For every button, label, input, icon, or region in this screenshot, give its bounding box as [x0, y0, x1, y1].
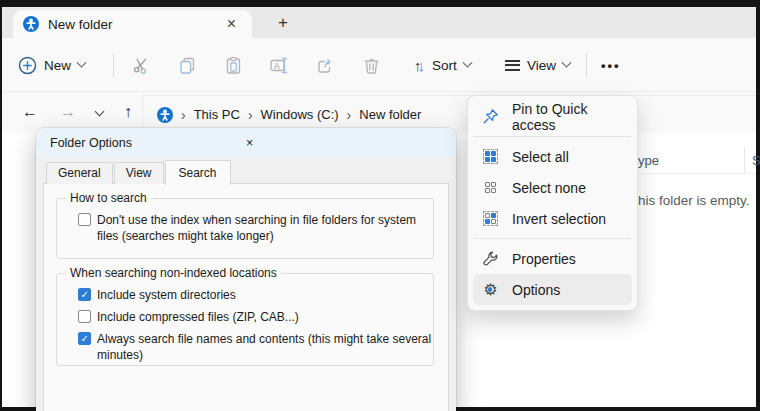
dialog-title: Folder Options — [50, 136, 244, 150]
new-button-label: New — [44, 58, 71, 73]
breadcrumb-separator: › — [347, 107, 352, 123]
recent-locations-chevron-icon[interactable] — [95, 107, 105, 117]
menu-item-select-none[interactable]: Select none — [473, 172, 632, 203]
tab-view[interactable]: View — [114, 162, 164, 184]
dialog-tab-row: General View Search — [46, 162, 232, 184]
view-button[interactable]: View — [505, 48, 570, 82]
view-list-icon — [505, 60, 520, 71]
toolbar-separator — [113, 53, 114, 77]
menu-item-pin-to-quick-access[interactable]: Pin to Quick access — [473, 101, 632, 132]
pin-icon — [482, 108, 499, 125]
cut-icon[interactable] — [128, 52, 154, 78]
breadcrumb-separator: › — [181, 107, 186, 123]
this-pc-icon — [157, 107, 173, 123]
share-icon[interactable] — [312, 52, 338, 78]
breadcrumb-separator: › — [248, 107, 253, 123]
new-button[interactable]: New — [18, 48, 85, 82]
select-all-icon — [482, 148, 499, 165]
toolbar-separator — [586, 53, 587, 77]
breadcrumb-this-pc[interactable]: This PC — [194, 107, 240, 122]
invert-selection-icon — [482, 210, 499, 227]
chevron-down-icon — [562, 57, 572, 67]
menu-item-label: Select none — [512, 180, 586, 196]
how-to-search-group: How to search ✓ Don't use the index when… — [56, 198, 434, 259]
delete-icon[interactable] — [358, 52, 384, 78]
menu-item-options[interactable]: ⚙ Options — [473, 274, 632, 305]
include-system-directories-checkbox[interactable]: ✓ — [78, 288, 91, 301]
sort-button-label: Sort — [432, 58, 457, 73]
include-compressed-files-checkbox[interactable]: ✓ — [78, 310, 91, 323]
checkbox-label: Always search file names and contents (t… — [97, 331, 433, 363]
checkbox-label: Include compressed files (ZIP, CAB...) — [97, 309, 433, 325]
checkbox-label: Don't use the index when searching in fi… — [97, 212, 433, 244]
forward-icon[interactable]: → — [54, 100, 82, 124]
search-tab-page: How to search ✓ Don't use the index when… — [43, 183, 449, 411]
wrench-icon — [482, 250, 499, 267]
file-explorer-window: New folder × + New A ↑↓ — [2, 7, 756, 407]
tab-close-icon[interactable]: × — [221, 16, 242, 32]
menu-item-label: Properties — [512, 251, 576, 267]
navigation-bar: ← → ↑ › This PC › Windows (C:) › New fol… — [2, 92, 756, 133]
see-more-button[interactable]: ••• — [601, 48, 621, 82]
copy-icon[interactable] — [174, 52, 200, 78]
check-icon: ✓ — [81, 333, 89, 344]
size-column-header[interactable]: S — [752, 153, 760, 168]
menu-item-label: Options — [512, 282, 560, 298]
dont-use-index-checkbox[interactable]: ✓ — [78, 213, 91, 226]
menu-item-label: Invert selection — [512, 211, 606, 227]
group-title: How to search — [66, 191, 151, 205]
chevron-down-icon — [462, 57, 472, 67]
always-search-contents-checkbox[interactable]: ✓ — [78, 332, 91, 345]
checkbox-label: Include system directories — [97, 287, 433, 303]
checkbox-row[interactable]: ✓ Include compressed files (ZIP, CAB...) — [78, 309, 433, 325]
folder-options-dialog: Folder Options × General View Search How… — [36, 128, 456, 411]
back-icon[interactable]: ← — [16, 100, 44, 124]
tab-strip: New folder × + — [2, 7, 756, 38]
menu-separator — [474, 136, 631, 137]
plus-circle-icon — [18, 56, 37, 75]
group-title: When searching non-indexed locations — [66, 266, 281, 280]
command-toolbar: New A ↑↓ Sort View — [2, 38, 756, 92]
dialog-close-icon[interactable]: × — [244, 137, 442, 150]
menu-item-properties[interactable]: Properties — [473, 243, 632, 274]
menu-separator — [474, 238, 631, 239]
see-more-menu: Pin to Quick access Select all Select no… — [467, 95, 638, 311]
this-pc-icon — [23, 16, 39, 32]
tab-title: New folder — [48, 17, 221, 32]
tab-search[interactable]: Search — [165, 160, 231, 185]
svg-text:A: A — [274, 60, 280, 70]
menu-item-invert-selection[interactable]: Invert selection — [473, 203, 632, 234]
checkbox-row[interactable]: ✓ Don't use the index when searching in … — [78, 212, 433, 244]
checkbox-row[interactable]: ✓ Include system directories — [78, 287, 433, 303]
menu-item-label: Select all — [512, 149, 569, 165]
tab-general[interactable]: General — [46, 162, 113, 184]
paste-icon[interactable] — [220, 52, 246, 78]
empty-folder-text: his folder is empty. — [638, 193, 750, 208]
new-tab-icon[interactable]: + — [268, 11, 298, 35]
menu-item-select-all[interactable]: Select all — [473, 141, 632, 172]
checkbox-row[interactable]: ✓ Always search file names and contents … — [78, 331, 433, 363]
non-indexed-locations-group: When searching non-indexed locations ✓ I… — [56, 273, 434, 366]
column-divider[interactable] — [744, 147, 745, 173]
view-button-label: View — [527, 58, 556, 73]
gear-icon: ⚙ — [482, 281, 499, 298]
select-none-icon — [482, 179, 499, 196]
check-icon: ✓ — [81, 289, 89, 300]
sort-icon: ↑↓ — [414, 57, 425, 74]
up-icon[interactable]: ↑ — [118, 100, 138, 124]
menu-item-label: Pin to Quick access — [512, 101, 623, 133]
breadcrumb-windows-c[interactable]: Windows (C:) — [261, 107, 339, 122]
sort-button[interactable]: ↑↓ Sort — [414, 48, 471, 82]
explorer-tab[interactable]: New folder × — [13, 10, 252, 38]
type-column-header[interactable]: ype — [638, 153, 659, 168]
dialog-titlebar[interactable]: Folder Options × — [36, 128, 456, 158]
rename-icon[interactable]: A — [266, 52, 292, 78]
chevron-down-icon — [77, 57, 87, 67]
breadcrumb-new-folder[interactable]: New folder — [359, 107, 421, 122]
